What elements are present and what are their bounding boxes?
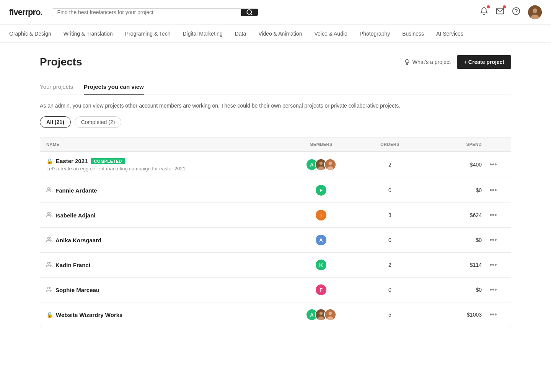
person-icon bbox=[46, 261, 52, 269]
person-icon bbox=[46, 286, 52, 294]
row-project-name[interactable]: Anika Korsgaard bbox=[55, 237, 101, 243]
table-row: 🔒 Easter 2021 COMPLETED Let's create an … bbox=[40, 152, 511, 178]
logo[interactable]: fiverrpro. bbox=[9, 7, 42, 17]
members-cell: K bbox=[283, 259, 359, 271]
row-name-top: 🔒 Website Wizardry Works bbox=[46, 312, 283, 318]
col-members: MEMBERS bbox=[283, 142, 359, 147]
person-icon bbox=[46, 212, 52, 219]
nav-item-business[interactable]: Business bbox=[402, 29, 424, 38]
row-name-top: Isabelle Adjani bbox=[46, 212, 283, 219]
row-actions-button[interactable]: ••• bbox=[487, 235, 500, 246]
orders-cell: 5 bbox=[359, 312, 421, 318]
nav-item-data[interactable]: Data bbox=[235, 29, 246, 38]
members-cell: F bbox=[283, 284, 359, 296]
spend-cell: $400 bbox=[421, 162, 482, 168]
actions-cell: ••• bbox=[482, 235, 505, 246]
row-actions-button[interactable]: ••• bbox=[487, 159, 500, 170]
col-spend: SPEND bbox=[421, 142, 482, 147]
row-project-name[interactable]: Website Wizardry Works bbox=[56, 312, 122, 318]
orders-cell: 0 bbox=[359, 237, 421, 243]
spend-cell: $0 bbox=[421, 187, 482, 193]
spend-cell: $114 bbox=[421, 262, 482, 268]
svg-point-13 bbox=[47, 188, 49, 189]
row-project-name[interactable]: Kadin Franci bbox=[55, 262, 90, 268]
logo-pro: pro. bbox=[28, 7, 42, 17]
avatar: F bbox=[315, 184, 327, 196]
row-project-name[interactable]: Isabelle Adjani bbox=[55, 212, 95, 219]
spend-cell: $624 bbox=[421, 212, 482, 218]
row-name-top: 🔒 Easter 2021 COMPLETED bbox=[46, 158, 283, 164]
tab-projects-you-can-view[interactable]: Projects you can view bbox=[84, 80, 144, 95]
tab-your-projects[interactable]: Your projects bbox=[40, 80, 73, 95]
table-row: Sophie Marceau F 0 $0 ••• bbox=[40, 278, 511, 302]
nav-item-digital-marketing[interactable]: Digital Marketing bbox=[183, 29, 222, 38]
actions-cell: ••• bbox=[482, 309, 505, 320]
orders-cell: 2 bbox=[359, 262, 421, 268]
search-input[interactable] bbox=[52, 9, 241, 16]
avatar-image bbox=[528, 5, 542, 19]
table-row: Anika Korsgaard A 0 $0 ••• bbox=[40, 228, 511, 253]
header: fiverrpro. bbox=[0, 0, 551, 24]
orders-cell: 0 bbox=[359, 187, 421, 193]
nav-item-video-&-animation[interactable]: Video & Animation bbox=[258, 29, 302, 38]
filter-all[interactable]: All (21) bbox=[40, 116, 71, 128]
row-project-desc: Let's create an egg-cellent marketing ca… bbox=[46, 166, 283, 172]
projects-table: NAME MEMBERS ORDERS SPEND 🔒 Easter 2021 … bbox=[40, 137, 511, 327]
header-right bbox=[480, 5, 542, 19]
whats-project-link[interactable]: What's a project bbox=[404, 59, 451, 65]
row-actions-button[interactable]: ••• bbox=[487, 309, 500, 320]
person-icon bbox=[46, 187, 52, 194]
members-cell: A bbox=[283, 234, 359, 246]
row-actions-button[interactable]: ••• bbox=[487, 284, 500, 296]
row-project-name[interactable]: Fannie Ardante bbox=[55, 187, 97, 194]
category-nav: Graphic & DesignWriting & TranslationPro… bbox=[0, 24, 551, 43]
row-project-name[interactable]: Sophie Marceau bbox=[55, 287, 99, 293]
nav-item-programing-&-tech[interactable]: Programing & Tech bbox=[125, 29, 171, 38]
whats-project-label: What's a project bbox=[412, 59, 451, 65]
row-name-top: Fannie Ardante bbox=[46, 187, 283, 194]
svg-line-1 bbox=[251, 13, 252, 15]
table-row: Fannie Ardante F 0 $0 ••• bbox=[40, 178, 511, 203]
table-row: Isabelle Adjani I 3 $624 ••• bbox=[40, 203, 511, 228]
notification-badge bbox=[487, 5, 490, 8]
search-bar bbox=[52, 8, 258, 16]
row-actions-button[interactable]: ••• bbox=[487, 185, 500, 196]
col-name: NAME bbox=[46, 142, 283, 147]
nav-item-ai-services[interactable]: AI Services bbox=[436, 29, 463, 38]
nav-item-graphic-&-design[interactable]: Graphic & Design bbox=[9, 29, 51, 38]
row-actions-button[interactable]: ••• bbox=[487, 260, 500, 271]
user-avatar[interactable] bbox=[528, 5, 542, 19]
create-project-button[interactable]: + Create project bbox=[457, 55, 511, 69]
main-content: Projects What's a project + Create proje… bbox=[31, 43, 520, 340]
person-icon bbox=[46, 237, 52, 244]
row-name-cell: Kadin Franci bbox=[46, 261, 283, 269]
actions-cell: ••• bbox=[482, 284, 505, 296]
nav-item-photography[interactable]: Photography bbox=[360, 29, 390, 38]
avatar: F bbox=[315, 284, 327, 296]
members-cell: A bbox=[283, 158, 359, 171]
nav-item-writing-&-translation[interactable]: Writing & Translation bbox=[64, 29, 113, 38]
nav-item-voice-&-audio[interactable]: Voice & Audio bbox=[314, 29, 347, 38]
svg-point-19 bbox=[320, 312, 323, 315]
page-title: Projects bbox=[40, 56, 82, 68]
table-row: Kadin Franci K 2 $114 ••• bbox=[40, 253, 511, 278]
table-header: NAME MEMBERS ORDERS SPEND bbox=[40, 137, 511, 152]
search-button[interactable] bbox=[241, 9, 258, 16]
row-project-name[interactable]: Easter 2021 bbox=[56, 158, 88, 164]
filters: All (21) Completed (2) bbox=[40, 116, 511, 128]
table-row: 🔒 Website Wizardry Works A 5 $1003 ••• bbox=[40, 302, 511, 327]
row-name-cell: 🔒 Website Wizardry Works bbox=[46, 312, 283, 318]
members-cell: F bbox=[283, 184, 359, 196]
page-header: Projects What's a project + Create proje… bbox=[40, 55, 511, 69]
row-name-cell: Isabelle Adjani bbox=[46, 212, 283, 219]
tab-description: As an admin, you can view projects other… bbox=[40, 103, 511, 109]
spend-cell: $0 bbox=[421, 237, 482, 243]
messages-icon[interactable] bbox=[496, 7, 504, 17]
row-name-top: Anika Korsgaard bbox=[46, 237, 283, 244]
notification-icon[interactable] bbox=[480, 7, 488, 17]
avatar bbox=[324, 158, 336, 171]
help-icon[interactable] bbox=[512, 7, 520, 17]
members-cell: A bbox=[283, 309, 359, 321]
row-actions-button[interactable]: ••• bbox=[487, 210, 500, 221]
filter-completed[interactable]: Completed (2) bbox=[75, 116, 122, 128]
